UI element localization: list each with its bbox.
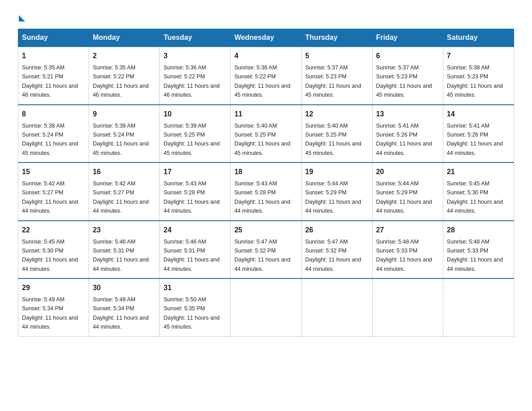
day-number: 18 [234,167,297,177]
day-number: 10 [163,109,227,120]
day-info: Sunrise: 5:38 AMSunset: 5:23 PMDaylight:… [447,64,503,98]
calendar-week-row: 15 Sunrise: 5:42 AMSunset: 5:27 PMDaylig… [18,163,514,221]
day-info: Sunrise: 5:41 AMSunset: 5:26 PMDaylight:… [447,123,503,156]
calendar-table: SundayMondayTuesdayWednesdayThursdayFrid… [18,29,514,337]
calendar-cell: 30 Sunrise: 5:49 AMSunset: 5:34 PMDaylig… [89,278,160,336]
day-number: 12 [305,109,369,120]
day-number: 23 [93,225,156,235]
calendar-cell: 26 Sunrise: 5:47 AMSunset: 5:32 PMDaylig… [301,221,372,279]
day-number: 24 [163,225,227,235]
day-info: Sunrise: 5:49 AMSunset: 5:34 PMDaylight:… [22,296,78,330]
calendar-cell [443,278,514,336]
day-info: Sunrise: 5:37 AMSunset: 5:23 PMDaylight:… [376,64,432,98]
day-number: 21 [447,167,510,177]
calendar-cell: 8 Sunrise: 5:38 AMSunset: 5:24 PMDayligh… [18,105,89,163]
day-info: Sunrise: 5:48 AMSunset: 5:33 PMDaylight:… [376,239,432,272]
day-number: 28 [447,225,510,235]
page-header [18,13,514,20]
day-number: 13 [376,109,439,120]
day-info: Sunrise: 5:46 AMSunset: 5:31 PMDaylight:… [163,239,219,272]
calendar-cell: 6 Sunrise: 5:37 AMSunset: 5:23 PMDayligh… [372,47,443,105]
day-info: Sunrise: 5:42 AMSunset: 5:27 PMDaylight:… [93,180,149,214]
calendar-week-row: 1 Sunrise: 5:35 AMSunset: 5:21 PMDayligh… [18,47,514,105]
calendar-cell: 13 Sunrise: 5:41 AMSunset: 5:26 PMDaylig… [372,105,443,163]
day-number: 26 [305,225,369,235]
day-number: 22 [22,225,85,235]
day-info: Sunrise: 5:42 AMSunset: 5:27 PMDaylight:… [22,180,78,214]
calendar-cell: 3 Sunrise: 5:36 AMSunset: 5:22 PMDayligh… [160,47,231,105]
calendar-cell: 23 Sunrise: 5:46 AMSunset: 5:31 PMDaylig… [89,221,160,279]
calendar-cell: 17 Sunrise: 5:43 AMSunset: 5:28 PMDaylig… [160,163,231,221]
calendar-week-row: 22 Sunrise: 5:45 AMSunset: 5:30 PMDaylig… [18,221,514,279]
weekday-header-row: SundayMondayTuesdayWednesdayThursdayFrid… [18,29,514,47]
day-info: Sunrise: 5:36 AMSunset: 5:22 PMDaylight:… [234,64,290,98]
day-info: Sunrise: 5:44 AMSunset: 5:29 PMDaylight:… [376,180,432,214]
day-number: 25 [234,225,297,235]
day-number: 14 [447,109,510,120]
day-number: 19 [305,167,369,177]
calendar-body: 1 Sunrise: 5:35 AMSunset: 5:21 PMDayligh… [18,47,514,336]
day-number: 20 [376,167,439,177]
calendar-cell: 4 Sunrise: 5:36 AMSunset: 5:22 PMDayligh… [231,47,301,105]
day-number: 4 [234,51,297,61]
day-info: Sunrise: 5:50 AMSunset: 5:35 PMDaylight:… [163,296,219,330]
day-number: 16 [93,167,156,177]
day-info: Sunrise: 5:41 AMSunset: 5:26 PMDaylight:… [376,123,432,156]
weekday-header-friday: Friday [372,29,443,47]
day-number: 15 [22,167,85,177]
calendar-cell: 31 Sunrise: 5:50 AMSunset: 5:35 PMDaylig… [160,278,231,336]
weekday-header-monday: Monday [89,29,160,47]
day-info: Sunrise: 5:38 AMSunset: 5:24 PMDaylight:… [22,123,78,156]
weekday-header-saturday: Saturday [443,29,514,47]
day-info: Sunrise: 5:40 AMSunset: 5:25 PMDaylight:… [234,123,290,156]
day-number: 27 [376,225,439,235]
calendar-week-row: 29 Sunrise: 5:49 AMSunset: 5:34 PMDaylig… [18,278,514,336]
calendar-cell: 10 Sunrise: 5:39 AMSunset: 5:25 PMDaylig… [160,105,231,163]
weekday-header-wednesday: Wednesday [231,29,301,47]
weekday-header-sunday: Sunday [18,29,89,47]
calendar-cell: 7 Sunrise: 5:38 AMSunset: 5:23 PMDayligh… [443,47,514,105]
calendar-cell [231,278,301,336]
day-info: Sunrise: 5:43 AMSunset: 5:28 PMDaylight:… [163,180,219,214]
day-number: 2 [93,51,156,61]
calendar-cell: 19 Sunrise: 5:44 AMSunset: 5:29 PMDaylig… [301,163,372,221]
day-number: 11 [234,109,297,120]
calendar-cell: 21 Sunrise: 5:45 AMSunset: 5:30 PMDaylig… [443,163,514,221]
day-info: Sunrise: 5:49 AMSunset: 5:34 PMDaylight:… [93,296,149,330]
day-info: Sunrise: 5:35 AMSunset: 5:21 PMDaylight:… [22,64,78,98]
day-number: 7 [447,51,510,61]
calendar-cell: 5 Sunrise: 5:37 AMSunset: 5:23 PMDayligh… [301,47,372,105]
day-number: 1 [22,51,85,61]
day-info: Sunrise: 5:37 AMSunset: 5:23 PMDaylight:… [305,64,361,98]
day-info: Sunrise: 5:39 AMSunset: 5:25 PMDaylight:… [163,123,219,156]
weekday-header-thursday: Thursday [301,29,372,47]
logo-triangle-icon [19,15,25,21]
day-info: Sunrise: 5:47 AMSunset: 5:32 PMDaylight:… [305,239,361,272]
calendar-cell [301,278,372,336]
day-number: 30 [93,283,156,293]
calendar-cell: 28 Sunrise: 5:48 AMSunset: 5:33 PMDaylig… [443,221,514,279]
calendar-cell: 27 Sunrise: 5:48 AMSunset: 5:33 PMDaylig… [372,221,443,279]
day-info: Sunrise: 5:46 AMSunset: 5:31 PMDaylight:… [93,239,149,272]
calendar-cell: 18 Sunrise: 5:43 AMSunset: 5:28 PMDaylig… [231,163,301,221]
calendar-cell: 24 Sunrise: 5:46 AMSunset: 5:31 PMDaylig… [160,221,231,279]
day-info: Sunrise: 5:44 AMSunset: 5:29 PMDaylight:… [305,180,361,214]
logo [18,13,25,20]
day-number: 31 [163,283,227,293]
calendar-cell [372,278,443,336]
calendar-week-row: 8 Sunrise: 5:38 AMSunset: 5:24 PMDayligh… [18,105,514,163]
day-info: Sunrise: 5:36 AMSunset: 5:22 PMDaylight:… [163,64,219,98]
day-number: 5 [305,51,369,61]
day-info: Sunrise: 5:45 AMSunset: 5:30 PMDaylight:… [447,180,503,214]
calendar-cell: 29 Sunrise: 5:49 AMSunset: 5:34 PMDaylig… [18,278,89,336]
day-number: 3 [163,51,227,61]
calendar-cell: 22 Sunrise: 5:45 AMSunset: 5:30 PMDaylig… [18,221,89,279]
calendar-cell: 25 Sunrise: 5:47 AMSunset: 5:32 PMDaylig… [231,221,301,279]
day-info: Sunrise: 5:45 AMSunset: 5:30 PMDaylight:… [22,239,78,272]
day-number: 9 [93,109,156,120]
day-info: Sunrise: 5:43 AMSunset: 5:28 PMDaylight:… [234,180,290,214]
calendar-cell: 14 Sunrise: 5:41 AMSunset: 5:26 PMDaylig… [443,105,514,163]
weekday-header-tuesday: Tuesday [160,29,231,47]
calendar-cell: 16 Sunrise: 5:42 AMSunset: 5:27 PMDaylig… [89,163,160,221]
calendar-cell: 2 Sunrise: 5:35 AMSunset: 5:22 PMDayligh… [89,47,160,105]
